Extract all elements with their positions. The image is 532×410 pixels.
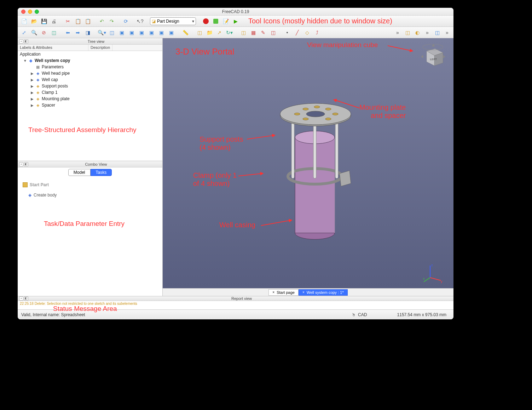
front-view-icon[interactable]: ▣ [117, 28, 126, 37]
copy-icon[interactable]: 📋 [74, 17, 82, 25]
tree-item[interactable]: ▶◈Well head pipe [18, 70, 162, 76]
report-panel-header: × ◧ Report view [18, 296, 453, 301]
bounding-box-icon[interactable]: ◫ [50, 28, 58, 37]
iso-view-icon[interactable]: ◫ [108, 28, 116, 37]
open-file-icon[interactable]: 📂 [30, 17, 38, 25]
macro-edit-icon[interactable]: 📝 [221, 17, 230, 25]
datum-point-icon[interactable]: • [283, 28, 291, 37]
item-icon: ◈ [35, 90, 40, 95]
3d-viewport[interactable]: 3-D View Portal View manipulation cube M… [163, 38, 453, 288]
expand-icon[interactable]: ▶ [30, 103, 34, 107]
tree-item[interactable]: ▶◈Support posts [18, 83, 162, 89]
overflow3-icon[interactable]: » [443, 28, 451, 37]
tree-root[interactable]: Application [18, 51, 162, 57]
tree-item[interactable]: ▶◈Mounting plate [18, 96, 162, 102]
right-view-icon[interactable]: ▣ [137, 28, 146, 37]
sketch-icon[interactable]: ▦ [249, 28, 258, 37]
undo-icon[interactable]: ↶ [98, 17, 106, 25]
tree-view[interactable]: Application ▼ ◈ Well system copy ▦Parame… [18, 51, 162, 161]
close-window-button[interactable] [21, 10, 25, 14]
nav-fwd-icon[interactable]: ➡ [74, 28, 82, 37]
tab-model[interactable]: Model [68, 169, 91, 176]
rear-view-icon[interactable]: ▣ [147, 28, 156, 37]
panel-float-icon[interactable]: ◧ [24, 162, 28, 166]
macro-run-icon[interactable]: ▶ [231, 17, 240, 25]
redo-icon[interactable]: ↷ [108, 17, 116, 25]
draw-style-icon[interactable]: ⊘ [40, 28, 48, 37]
datum-plane-icon[interactable]: ◇ [303, 28, 311, 37]
expand-icon[interactable]: ▶ [30, 78, 34, 82]
fit-selection-icon[interactable]: 🔍 [30, 28, 38, 37]
status-message: Valid, Internal name: Spreadsheet [21, 312, 352, 317]
link-actions-icon[interactable]: ↻▾ [225, 28, 233, 37]
annotation-clamp: Clamp (only 1 of 4 shown) [193, 171, 237, 188]
tree-document[interactable]: ▼ ◈ Well system copy [18, 57, 162, 64]
close-tab-icon[interactable]: × [272, 290, 274, 294]
print-icon[interactable]: 🖨 [50, 17, 58, 25]
tree-col-desc[interactable]: Description [88, 45, 112, 51]
tab-start-page[interactable]: × Start page [268, 289, 299, 296]
workbench-selector[interactable]: ◪ Part Design [150, 17, 196, 25]
panel-float-icon[interactable]: ◧ [24, 39, 28, 44]
expand-icon[interactable]: ▶ [30, 72, 34, 75]
revolve-icon[interactable]: ◐ [413, 28, 422, 37]
report-body[interactable]: 22:25:18 Delete: Selection not restricte… [18, 301, 453, 314]
expand-icon[interactable]: ▶ [30, 97, 34, 101]
svg-text:LEFT: LEFT [430, 58, 437, 61]
tab-document[interactable]: × Well system copy : 1* [299, 289, 348, 296]
panel-close-icon[interactable]: × [19, 296, 23, 301]
task-section[interactable]: Start Part [23, 181, 157, 189]
nav-back-icon[interactable]: ⬅ [64, 28, 72, 37]
tree-item[interactable]: ▶◈Clamp 1 [18, 89, 162, 96]
map-sketch-icon[interactable]: ◫ [269, 28, 277, 37]
body-icon[interactable]: ◫ [239, 28, 248, 37]
left-view-icon[interactable]: ▣ [167, 28, 175, 37]
tree-item[interactable]: ▶◈Well cap [18, 76, 162, 83]
expand-icon[interactable]: ▶ [30, 91, 34, 95]
panel-close-icon[interactable]: × [19, 39, 23, 44]
pocket-icon[interactable]: ◫ [433, 28, 441, 37]
tree-panel-title: Tree view [30, 39, 162, 44]
zoom-window-button[interactable] [35, 10, 39, 14]
body-icon: ◈ [28, 193, 31, 198]
datum-line-icon[interactable]: ╱ [293, 28, 301, 37]
item-icon: ▦ [35, 64, 40, 69]
pad-icon[interactable]: ◫ [403, 28, 412, 37]
close-tab-icon[interactable]: × [302, 290, 305, 294]
task-create-body[interactable]: ◈ Create body [23, 192, 157, 199]
link-make-icon[interactable]: ↗ [215, 28, 224, 37]
mouse-toggle-icon[interactable]: 🖱 [352, 312, 358, 317]
new-file-icon[interactable]: 📄 [20, 17, 28, 25]
datum-cs-icon[interactable]: ⤴ [313, 28, 321, 37]
part-icon[interactable]: ◫ [195, 28, 204, 37]
edit-sketch-icon[interactable]: ✎ [259, 28, 267, 37]
navigation-cube[interactable]: LEFT [418, 42, 446, 71]
macro-stop-icon[interactable] [212, 17, 220, 25]
group-icon[interactable]: 📁 [205, 28, 214, 37]
overflow1-icon[interactable]: » [393, 28, 402, 37]
combo-tabs: Model Tasks [18, 167, 162, 177]
measure-icon[interactable]: 📏 [181, 28, 190, 37]
bottom-view-icon[interactable]: ▣ [157, 28, 166, 37]
link-nav-icon[interactable]: ◨ [83, 28, 92, 37]
tab-tasks[interactable]: Tasks [91, 169, 112, 176]
panel-float-icon[interactable]: ◧ [24, 296, 28, 301]
zoom-mode-icon[interactable]: 🔍▾ [98, 28, 106, 37]
panel-close-icon[interactable]: × [19, 162, 23, 166]
paste-icon[interactable]: 📋 [83, 17, 92, 25]
expand-icon[interactable]: ▼ [23, 59, 27, 63]
macro-record-icon[interactable] [202, 17, 210, 25]
top-view-icon[interactable]: ▣ [127, 28, 136, 37]
help-cursor-icon[interactable]: ↖? [136, 17, 144, 25]
save-file-icon[interactable]: 💾 [40, 17, 48, 25]
nav-mode[interactable]: CAD [358, 312, 379, 317]
tree-col-labels[interactable]: Labels & Attributes [18, 45, 88, 51]
expand-icon[interactable]: ▶ [30, 84, 34, 88]
fit-all-icon[interactable]: ⤢ [20, 28, 28, 37]
overflow2-icon[interactable]: » [423, 28, 432, 37]
tree-item[interactable]: ▦Parameters [18, 64, 162, 70]
cut-icon[interactable]: ✂ [64, 17, 72, 25]
refresh-icon[interactable]: ⟳ [122, 17, 130, 25]
minimize-window-button[interactable] [28, 10, 32, 14]
tree-item[interactable]: ▶◈Spacer [18, 102, 162, 108]
